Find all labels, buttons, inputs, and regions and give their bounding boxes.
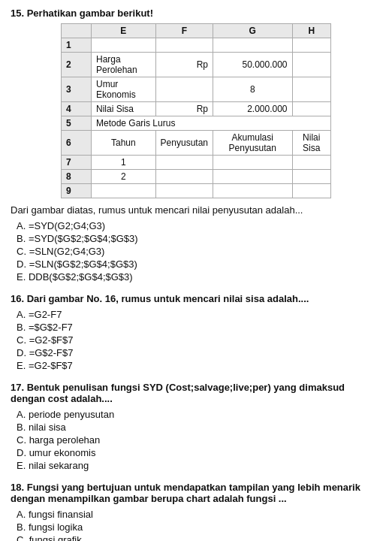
question-15: 15. Perhatikan gambar berikut! E F G H 1… [11, 8, 381, 283]
table-row: 3 Umur Ekonomis 8 [62, 77, 331, 102]
question-18: 18. Fungsi yang bertujuan untuk mendapat… [11, 482, 381, 541]
option-17-c: C. harga perolehan [17, 434, 381, 446]
option-18-c: C. fungsi grafik [17, 534, 381, 541]
option-17-a: A. periode penyusutan [17, 409, 381, 420]
table-row: 5 Metode Garis Lurus [62, 116, 331, 131]
option-16-d: D. =G$2-F$7 [17, 347, 381, 358]
question-17-title: 17. Bentuk penulisan fungsi SYD (Cost;sa… [11, 382, 381, 404]
option-15-c: C. =SLN(G2;G4;G3) [17, 246, 381, 257]
question-16-title: 16. Dari gambar No. 16, rumus untuk menc… [11, 293, 381, 304]
option-16-b: B. =$G$2-F7 [17, 322, 381, 333]
col-f: F [155, 24, 213, 38]
col-e: E [92, 24, 156, 38]
option-16-e: E. =G2-$F$7 [17, 360, 381, 371]
question-17-options: A. periode penyusutan B. nilai sisa C. h… [17, 409, 381, 471]
option-18-b: B. fungsi logika [17, 521, 381, 533]
table-row: 6 Tahun Penyusutan Akumulasi Penyusutan … [62, 131, 331, 156]
question-17: 17. Bentuk penulisan fungsi SYD (Cost;sa… [11, 382, 381, 471]
question-15-options: A. =SYD(G2;G4;G3) B. =SYD($G$2;$G$4;$G$3… [17, 220, 381, 283]
option-16-c: C. =G2-$F$7 [17, 334, 381, 346]
question-16: 16. Dari gambar No. 16, rumus untuk menc… [11, 293, 381, 371]
option-17-b: B. nilai sisa [17, 422, 381, 433]
option-15-d: D. =SLN($G$2;$G$4;$G$3) [17, 258, 381, 270]
question-18-options: A. fungsi finansial B. fungsi logika C. … [17, 509, 381, 541]
table-row: 4 Nilai Sisa Rp 2.000.000 [62, 102, 331, 116]
option-17-e: E. nilai sekarang [17, 460, 381, 471]
table-row: 2 Harga Perolehan Rp 50.000.000 [62, 53, 331, 77]
col-row-header [62, 24, 92, 38]
option-18-a: A. fungsi finansial [17, 509, 381, 520]
question-16-options: A. =G2-F7 B. =$G$2-F7 C. =G2-$F$7 D. =G$… [17, 309, 381, 371]
col-g: G [213, 24, 293, 38]
option-17-d: D. umur ekonomis [17, 447, 381, 458]
question-15-text: Dari gambar diatas, rumus untuk mencari … [11, 204, 381, 216]
table-row: 9 [62, 184, 331, 198]
option-15-b: B. =SYD($G$2;$G$4;$G$3) [17, 233, 381, 244]
spreadsheet-table: E F G H 1 2 Harga Perolehan Rp 50.000.00… [61, 23, 331, 198]
question-18-title: 18. Fungsi yang bertujuan untuk mendapat… [11, 482, 381, 504]
col-h: H [292, 24, 330, 38]
table-row: 7 1 [62, 156, 331, 170]
question-15-title: 15. Perhatikan gambar berikut! [11, 8, 381, 19]
table-row: 1 [62, 38, 331, 53]
option-15-a: A. =SYD(G2;G4;G3) [17, 220, 381, 231]
option-15-e: E. DDB($G$2;$G$4;$G$3) [17, 271, 381, 283]
option-16-a: A. =G2-F7 [17, 309, 381, 320]
table-row: 8 2 [62, 170, 331, 184]
